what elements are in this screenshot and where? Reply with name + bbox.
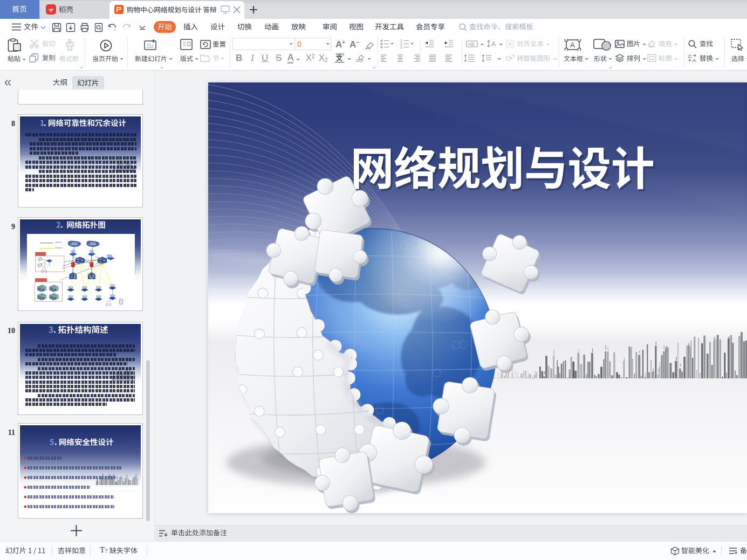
svg-text:C: C [688, 54, 692, 59]
svg-text:Internet: Internet [89, 244, 95, 246]
svg-text:AB: AB [468, 42, 475, 47]
svg-text:A: A [570, 41, 575, 49]
svg-text:A: A [491, 40, 496, 48]
svg-text:Internet: Internet [71, 244, 77, 246]
svg-text:A: A [693, 58, 696, 63]
svg-text:3: 3 [400, 45, 402, 49]
